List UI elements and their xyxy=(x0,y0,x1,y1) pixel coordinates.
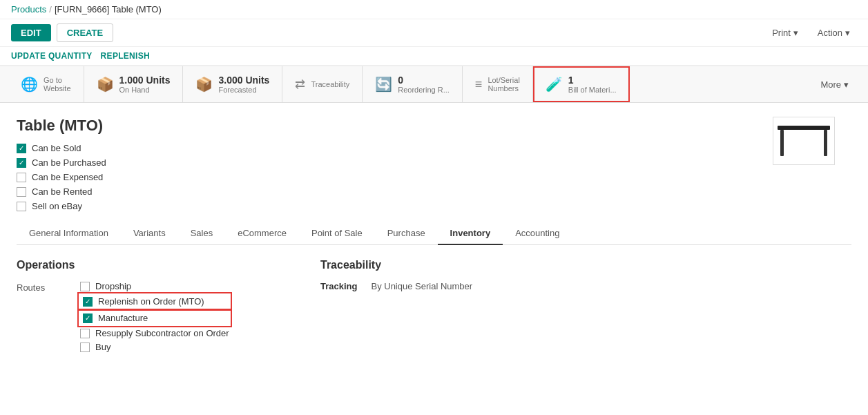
routes-row: Routes Dropship Replenish on Order (MTO) xyxy=(17,281,279,352)
product-checkboxes: Can be Sold Can be Purchased Can be Expe… xyxy=(17,143,851,211)
tabs-bar: General Information Variants Sales eComm… xyxy=(17,222,851,245)
route-row-buy: Buy xyxy=(80,342,229,352)
routes-label: Routes xyxy=(17,282,72,293)
box-icon-2: 📦 xyxy=(195,76,213,93)
routes-list: Dropship Replenish on Order (MTO) Manufa… xyxy=(80,281,229,352)
refresh-icon: 🔄 xyxy=(375,76,392,93)
tab-purchase[interactable]: Purchase xyxy=(375,222,438,245)
checkbox-can-be-expensed[interactable] xyxy=(17,173,26,182)
checkbox-row-rented: Can be Rented xyxy=(17,186,851,197)
breadcrumb: Products / [FURN_9666] Table (MTO) xyxy=(0,0,868,19)
tab-sales[interactable]: Sales xyxy=(178,222,226,245)
tab-general-information[interactable]: General Information xyxy=(17,222,121,245)
main-content: Table (MTO) Can be Sold Can be Purchased xyxy=(0,103,868,377)
checkbox-row-sold: Can be Sold xyxy=(17,143,851,153)
checkbox-manufacture[interactable] xyxy=(83,313,93,323)
breadcrumb-parent[interactable]: Products xyxy=(11,4,46,15)
checkbox-can-be-sold[interactable] xyxy=(17,144,26,153)
checkbox-row-expensed: Can be Expensed xyxy=(17,172,851,182)
product-header: Table (MTO) Can be Sold Can be Purchased xyxy=(17,117,851,211)
tab-accounting[interactable]: Accounting xyxy=(503,222,572,245)
smart-btn-lot-serial[interactable]: ≡ Lot/SerialNumbers xyxy=(463,66,533,102)
product-image xyxy=(773,117,835,165)
smart-btn-bom[interactable]: 🧪 1 Bill of Materi... xyxy=(533,66,630,102)
checkbox-sell-on-ebay[interactable] xyxy=(17,202,26,211)
print-chevron-icon: ▾ xyxy=(793,28,798,38)
more-chevron-icon: ▾ xyxy=(844,79,849,90)
tab-point-of-sale[interactable]: Point of Sale xyxy=(299,222,375,245)
list-icon: ≡ xyxy=(475,77,483,92)
checkbox-can-be-rented[interactable] xyxy=(17,187,26,197)
tab-inventory[interactable]: Inventory xyxy=(438,222,503,245)
print-button[interactable]: Print ▾ xyxy=(765,24,805,41)
route-row-dropship: Dropship xyxy=(80,281,229,291)
action-bar: EDIT CREATE Print ▾ Action ▾ xyxy=(0,19,868,47)
smart-btn-reordering[interactable]: 🔄 0 Reordering R... xyxy=(363,66,463,102)
checkbox-can-be-purchased[interactable] xyxy=(17,158,26,168)
box-icon-1: 📦 xyxy=(97,76,114,93)
tracking-value: By Unique Serial Number xyxy=(371,281,472,291)
operations-title: Operations xyxy=(17,259,279,271)
table-image-svg xyxy=(776,122,831,160)
checkbox-row-purchased: Can be Purchased xyxy=(17,157,851,168)
action-chevron-icon: ▾ xyxy=(845,28,850,38)
traceability-section: Traceability Tracking By Unique Serial N… xyxy=(320,259,528,356)
checkbox-buy[interactable] xyxy=(80,342,90,352)
route-row-replenish-on-order: Replenish on Order (MTO) xyxy=(80,295,229,308)
tab-ecommerce[interactable]: eCommerce xyxy=(225,222,299,245)
checkbox-replenish-on-order[interactable] xyxy=(83,297,93,307)
tracking-label: Tracking xyxy=(320,281,357,291)
product-title: Table (MTO) xyxy=(17,117,851,135)
action-button[interactable]: Action ▾ xyxy=(811,24,857,41)
smart-btn-traceability[interactable]: ⇄ Traceability xyxy=(282,66,363,102)
smart-btn-units-forecasted[interactable]: 📦 3.000 Units Forecasted xyxy=(183,66,282,102)
replenish-link[interactable]: REPLENISH xyxy=(101,51,150,61)
checkbox-row-ebay: Sell on eBay xyxy=(17,201,851,211)
svg-rect-1 xyxy=(780,130,784,156)
traceability-title: Traceability xyxy=(320,259,528,271)
checkbox-dropship[interactable] xyxy=(80,282,90,291)
sub-action-bar: UPDATE QUANTITY REPLENISH xyxy=(0,47,868,66)
smart-btn-go-website[interactable]: 🌐 Go toWebsite xyxy=(8,66,84,102)
breadcrumb-current: [FURN_9666] Table (MTO) xyxy=(55,4,162,15)
edit-button[interactable]: EDIT xyxy=(11,24,51,41)
svg-rect-0 xyxy=(778,126,830,130)
more-button[interactable]: More ▾ xyxy=(809,66,860,102)
update-quantity-link[interactable]: UPDATE QUANTITY xyxy=(11,51,93,61)
route-row-manufacture: Manufacture xyxy=(80,311,229,325)
svg-rect-2 xyxy=(824,130,827,156)
tab-content-inventory: Operations Routes Dropship Replenish on … xyxy=(17,245,851,370)
operations-section: Operations Routes Dropship Replenish on … xyxy=(17,259,279,356)
arrows-icon: ⇄ xyxy=(295,77,305,92)
breadcrumb-separator: / xyxy=(49,4,52,15)
checkbox-resupply[interactable] xyxy=(80,329,90,338)
globe-icon: 🌐 xyxy=(21,76,38,93)
smart-btn-units-on-hand[interactable]: 📦 1.000 Units On Hand xyxy=(84,66,184,102)
tab-variants[interactable]: Variants xyxy=(121,222,178,245)
tracking-row: Tracking By Unique Serial Number xyxy=(320,281,528,291)
smart-buttons-bar: 🌐 Go toWebsite 📦 1.000 Units On Hand 📦 3… xyxy=(0,66,868,103)
flask-icon: 🧪 xyxy=(546,76,563,93)
route-row-resupply: Resupply Subcontractor on Order xyxy=(80,328,229,338)
create-button[interactable]: CREATE xyxy=(57,23,113,42)
